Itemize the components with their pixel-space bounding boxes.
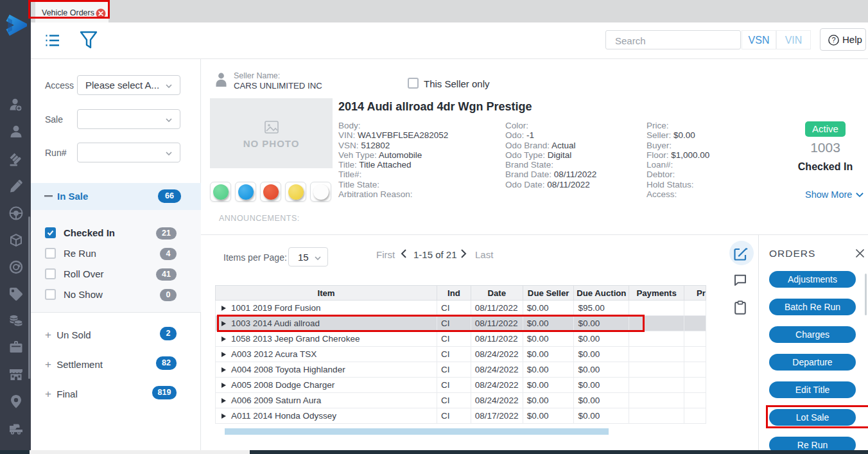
svg-text:?: ? xyxy=(831,36,835,44)
